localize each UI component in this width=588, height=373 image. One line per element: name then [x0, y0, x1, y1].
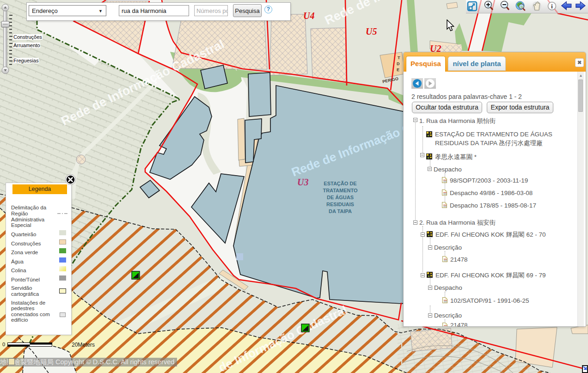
svg-text:U3: U3: [297, 177, 308, 187]
svg-text:DA TAIPA: DA TAIPA: [329, 208, 352, 214]
svg-text:DE ÁGUAS: DE ÁGUAS: [327, 195, 354, 200]
svg-text:D: D: [397, 61, 400, 66]
svg-text:T: T: [398, 55, 400, 60]
svg-text:U4: U4: [303, 11, 314, 21]
svg-text:RESIDUAIS: RESIDUAIS: [326, 202, 354, 207]
svg-text:U5: U5: [366, 26, 377, 37]
svg-text:TRATAMENTO: TRATAMENTO: [323, 188, 358, 193]
svg-text:E: E: [397, 67, 399, 72]
svg-text:ESTAÇÃO DE: ESTAÇÃO DE: [324, 181, 356, 186]
